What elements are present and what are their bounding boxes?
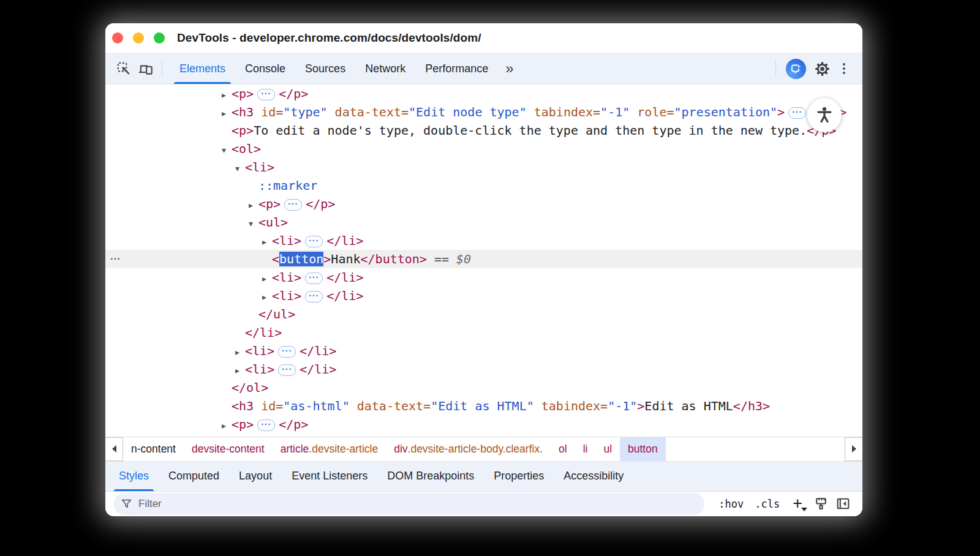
disclosure-triangle[interactable]: ▾ [235,159,245,178]
dom-tree-row[interactable]: ···<button>Hank</button> == $0 [105,250,862,268]
dom-tree-row[interactable]: ▸<li>···</li> [105,360,862,378]
dom-tree-row[interactable]: ▸<p>···</p> [105,85,862,103]
tab-event-listeners[interactable]: Event Listeners [289,462,370,491]
dom-tree-row[interactable]: </ol> [105,378,862,397]
code-token: data-text= [357,399,431,413]
breadcrumb-item[interactable]: div.devsite-article-body.clearfix. [386,437,551,461]
inline-expand-button[interactable]: ··· [788,107,806,119]
code-token: </p> [279,417,308,432]
crumb-scroll-right-button[interactable] [845,437,862,461]
code-token: <p> [232,86,254,101]
toolbar-divider [775,60,776,77]
code-token: </li> [326,270,363,285]
tab-accessibility[interactable]: Accessibility [561,462,626,491]
breadcrumb-item[interactable]: devsite-content [184,437,273,461]
tab-elements[interactable]: Elements [178,53,227,84]
kebab-menu-icon[interactable] [833,58,855,80]
dom-tree-row[interactable]: ▸<li>···</li> [105,231,862,250]
inline-expand-button[interactable]: ··· [305,272,323,284]
styles-filter-row: :hov .cls + [105,492,862,517]
disclosure-triangle[interactable]: ▾ [249,214,258,233]
styles-filter-pill[interactable] [114,493,704,515]
inline-expand-button[interactable]: ··· [257,419,275,431]
styles-tab-strip: StylesComputedLayoutEvent ListenersDOM B… [105,461,862,492]
breadcrumb-item[interactable]: ul [595,437,620,461]
tab-dom-breakpoints[interactable]: DOM Breakpoints [385,462,477,491]
code-token: </button> [361,252,427,266]
device-toolbar-icon[interactable] [135,58,157,80]
breadcrumb-item[interactable]: button [620,437,666,461]
breadcrumb-part: ol [559,443,567,456]
disclosure-triangle[interactable]: ▸ [262,233,272,251]
dom-tree-row[interactable]: ▾<ol> [105,140,862,158]
code-token: <li> [245,344,274,358]
dom-tree-row[interactable]: ▸<li>···</li> [105,268,862,287]
toggle-element-state-button[interactable]: :hov [718,498,744,510]
tab-styles[interactable]: Styles [116,462,151,491]
code-token: "presentation" [674,105,778,119]
code-token: <p> [232,123,254,138]
more-tabs-button[interactable]: » [502,61,517,76]
disclosure-triangle[interactable]: ▸ [262,269,272,288]
code-token: data-text= [335,105,409,119]
disclosure-triangle[interactable]: ▸ [235,343,245,361]
code-token: <li> [272,270,301,285]
inline-expand-button[interactable]: ··· [305,291,323,302]
zoom-button[interactable] [154,32,165,43]
crumb-scroll-left-button[interactable] [105,437,123,461]
settings-gear-icon[interactable] [811,58,833,80]
tab-performance[interactable]: Performance [423,53,490,84]
dom-tree-row[interactable]: </li> [105,323,862,342]
inline-expand-button[interactable]: ··· [278,346,296,358]
disclosure-triangle[interactable]: ▸ [235,361,245,380]
tab-network[interactable]: Network [363,53,407,84]
dom-tree-row[interactable]: ::marker [105,176,862,195]
disclosure-triangle[interactable]: ▾ [222,141,232,159]
styles-filter-input[interactable] [137,497,323,511]
dom-tree-row[interactable]: ▸<p>···</p> [105,415,862,434]
code-token: button [279,252,323,266]
dom-tree-row[interactable]: <p>To edit a node's type, double-click t… [105,121,862,140]
brush-icon[interactable] [810,493,832,515]
code-token: <li> [272,288,301,303]
devtools-toolbar: ElementsConsoleSourcesNetworkPerformance… [105,53,862,85]
disclosure-triangle[interactable]: ▸ [222,104,232,122]
dom-tree-row[interactable]: ▸<li>···</li> [105,342,862,360]
disclosure-triangle[interactable]: ▸ [262,288,272,306]
tab-sources[interactable]: Sources [303,53,347,84]
close-button[interactable] [112,32,123,43]
code-token: "Edit node type" [409,105,534,119]
new-style-rule-button[interactable]: + [791,495,804,512]
tab-layout[interactable]: Layout [236,462,274,491]
inline-expand-button[interactable]: ··· [284,199,302,211]
code-token: </ul> [258,307,295,321]
dom-tree-row[interactable]: ▸<li>···</li> [105,287,862,305]
disclosure-triangle[interactable]: ▸ [249,196,258,214]
breadcrumb-item[interactable]: article.devsite-article [273,437,386,461]
breadcrumb-item[interactable]: n-content [123,437,184,461]
breadcrumb-item[interactable]: li [575,437,596,461]
dom-tree-row[interactable]: ▾<ul> [105,213,862,231]
row-actions-dots-icon[interactable]: ··· [110,250,121,268]
element-classes-button[interactable]: .cls [755,498,780,510]
inspect-element-icon[interactable] [113,58,135,80]
disclosure-triangle[interactable]: ▸ [222,416,232,435]
dom-tree-row[interactable]: ▾<li> [105,158,862,176]
code-token: </li> [300,362,336,377]
inline-expand-button[interactable]: ··· [305,236,323,247]
code-token: <p> [232,417,254,432]
tab-console[interactable]: Console [243,53,287,84]
dom-tree-row[interactable]: ▸<p>···</p> [105,195,862,213]
tab-properties[interactable]: Properties [491,462,546,491]
minimize-button[interactable] [133,32,144,43]
tab-computed[interactable]: Computed [166,462,222,491]
toggle-sidebar-icon[interactable] [832,493,854,515]
dom-tree-row[interactable]: <h3 id="as-html" data-text="Edit as HTML… [105,397,862,415]
dom-tree-row[interactable]: </ul> [105,305,862,323]
dom-tree-row[interactable]: ▸<h3 id="type" data-text="Edit node type… [105,103,862,121]
breadcrumb-item[interactable]: ol [551,437,575,461]
inline-expand-button[interactable]: ··· [278,364,296,376]
inline-expand-button[interactable]: ··· [257,89,275,100]
ai-assistance-icon[interactable] [786,59,806,79]
disclosure-triangle[interactable]: ▸ [222,86,232,104]
